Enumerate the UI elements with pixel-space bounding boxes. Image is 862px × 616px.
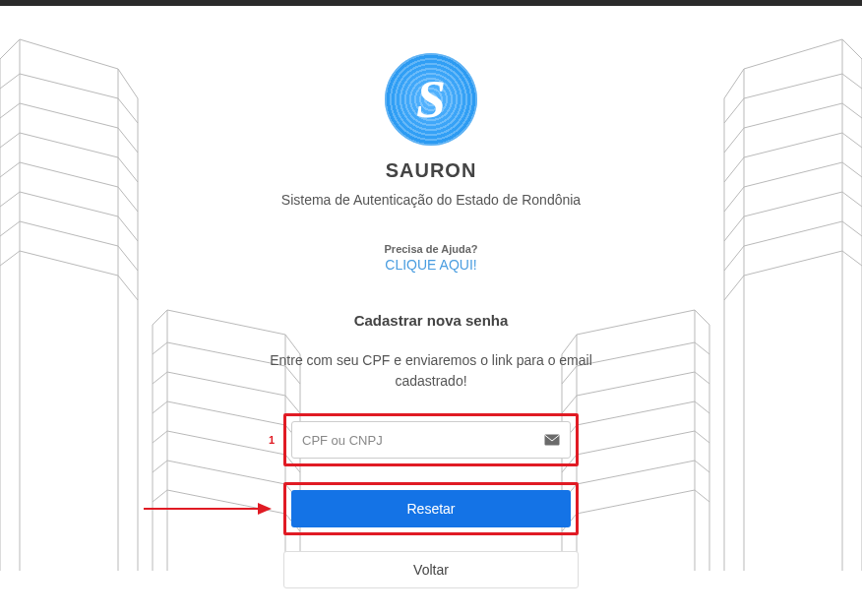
cpf-input[interactable] [302,433,544,448]
instructions: Entre com seu CPF e enviaremos o link pa… [264,350,598,392]
annotation-marker-1: 1 [269,434,275,446]
reset-button[interactable]: Resetar [291,490,571,527]
section-title: Cadastrar nova senha [354,312,509,329]
fingerprint-logo-icon: S [385,53,477,146]
help-link[interactable]: CLIQUE AQUI! [385,257,478,273]
envelope-icon [544,434,560,446]
annotation-box-input: 1 [283,413,579,466]
cpf-input-wrap[interactable] [291,421,571,459]
annotation-box-button: Resetar [283,482,579,535]
app-title: SAURON [386,159,477,182]
svg-rect-78 [545,435,560,446]
annotation-arrow-icon [144,499,272,519]
app-subtitle: Sistema de Autenticação do Estado de Ron… [281,192,581,208]
back-button[interactable]: Voltar [283,551,579,588]
logo: S SAURON Sistema de Autenticação do Esta… [281,53,581,208]
help-label: Precisa de Ajuda? [385,243,478,255]
help-block: Precisa de Ajuda? CLIQUE AQUI! [385,243,478,273]
svg-marker-80 [258,503,272,515]
